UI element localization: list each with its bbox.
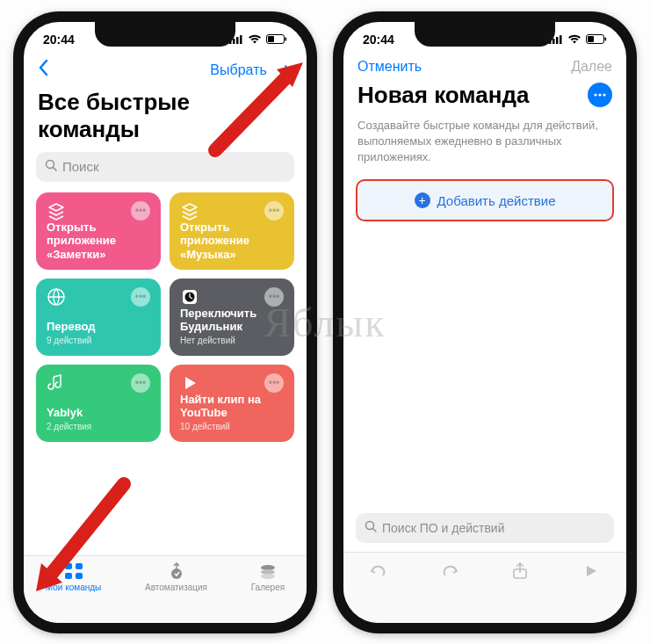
shortcut-title: Открыть приложение «Музыка» (180, 221, 284, 262)
undo-button[interactable] (367, 561, 390, 581)
grid-icon (62, 561, 85, 581)
add-shortcut-button[interactable]: + (279, 59, 292, 82)
svg-rect-15 (76, 573, 83, 579)
shortcut-card[interactable]: •••Yablyk2 действия (36, 365, 161, 442)
tab-my-commands[interactable]: Мои команды (46, 561, 101, 592)
shortcut-card[interactable]: •••Открыть приложение «Заметки» (36, 192, 161, 270)
svg-rect-12 (65, 563, 72, 569)
shortcut-icon (180, 287, 199, 307)
shortcut-icon (47, 373, 66, 393)
svg-rect-2 (236, 37, 239, 44)
card-more-button[interactable]: ••• (131, 287, 150, 307)
wifi-icon (567, 34, 581, 44)
phone-frame-left: 20:44 Выбрать (13, 11, 317, 633)
add-action-label: Добавить действие (437, 193, 556, 208)
card-more-button[interactable]: ••• (131, 373, 150, 393)
svg-rect-6 (285, 38, 287, 41)
svg-point-16 (171, 568, 182, 579)
shortcut-title: Yablyk (47, 406, 150, 420)
shortcut-card[interactable]: •••Переключить БудильникНет действий (170, 279, 294, 356)
shortcut-card[interactable]: •••Найти клип на YouTube10 действий (170, 365, 294, 442)
svg-rect-24 (556, 37, 559, 44)
svg-rect-5 (268, 36, 274, 42)
toolbar (343, 552, 626, 623)
svg-point-31 (603, 93, 605, 96)
description-text: Создавайте быстрые команды для действий,… (343, 118, 626, 180)
card-more-button[interactable]: ••• (264, 287, 284, 307)
shortcut-subtitle: Нет действий (180, 336, 284, 345)
shortcut-icon (180, 373, 199, 393)
cancel-button[interactable]: Отменить (358, 59, 422, 75)
svg-rect-13 (76, 563, 83, 569)
svg-rect-23 (552, 39, 555, 44)
shortcut-icon (47, 287, 66, 307)
shortcut-card[interactable]: •••Перевод9 действий (36, 279, 161, 356)
search-actions-input[interactable]: Поиск ПО и действий (356, 513, 614, 543)
shortcut-card[interactable]: •••Открыть приложение «Музыка» (170, 192, 294, 270)
svg-point-30 (598, 93, 601, 96)
svg-rect-14 (65, 573, 72, 579)
tab-bar: Мои команды Автоматизация Галерея (24, 555, 307, 623)
shortcut-title: Найти клип на YouTube (180, 393, 284, 420)
svg-point-29 (594, 93, 596, 96)
svg-rect-28 (605, 38, 607, 41)
automation-icon (165, 561, 188, 581)
tab-gallery[interactable]: Галерея (251, 561, 285, 592)
card-more-button[interactable]: ••• (264, 201, 284, 221)
shortcut-title: Перевод (47, 320, 150, 334)
next-button[interactable]: Далее (571, 59, 612, 75)
status-time: 20:44 (43, 33, 75, 47)
add-action-button[interactable]: + Добавить действие (356, 179, 614, 221)
redo-button[interactable] (438, 561, 461, 581)
status-time: 20:44 (363, 33, 394, 47)
svg-rect-3 (240, 35, 242, 44)
shortcut-subtitle: 10 действий (180, 422, 284, 431)
navbar: Выбрать + (24, 57, 307, 85)
search-placeholder: Поиск (62, 159, 99, 174)
select-button[interactable]: Выбрать (210, 62, 266, 78)
page-title-text: Новая команда (358, 82, 529, 109)
shortcut-icon (180, 201, 199, 221)
card-more-button[interactable]: ••• (264, 373, 284, 393)
svg-point-19 (261, 574, 275, 579)
svg-line-33 (373, 529, 377, 532)
page-title: Новая команда (343, 78, 626, 118)
tab-automation[interactable]: Автоматизация (145, 561, 207, 592)
play-button[interactable] (580, 561, 603, 581)
gallery-icon (256, 561, 279, 581)
svg-line-8 (54, 168, 57, 171)
svg-rect-1 (233, 39, 235, 44)
search-input[interactable]: Поиск (36, 152, 294, 182)
search-icon (365, 520, 377, 535)
phone-frame-right: 20:44 Отменить Далее Но (333, 11, 637, 633)
svg-rect-27 (588, 36, 594, 42)
shortcut-subtitle: 2 действия (47, 422, 150, 431)
battery-icon (266, 34, 287, 44)
shortcut-title: Открыть приложение «Заметки» (47, 221, 150, 262)
tab-label: Автоматизация (145, 582, 207, 592)
back-button[interactable] (38, 59, 48, 82)
shortcut-title: Переключить Будильник (180, 307, 284, 334)
battery-icon (586, 34, 607, 44)
card-more-button[interactable]: ••• (131, 201, 150, 221)
svg-rect-25 (560, 35, 562, 44)
notch (95, 22, 235, 47)
notch (415, 22, 555, 47)
wifi-icon (248, 34, 262, 44)
share-button[interactable] (509, 561, 531, 581)
plus-icon: + (415, 192, 430, 208)
search-placeholder: Поиск ПО и действий (382, 521, 505, 535)
page-title-text: Все быстрые команды (38, 89, 292, 143)
shortcut-subtitle: 9 действий (47, 336, 150, 345)
more-button[interactable] (588, 83, 612, 107)
tab-label: Галерея (251, 582, 285, 592)
page-title: Все быстрые команды (24, 85, 307, 152)
tab-label: Мои команды (46, 582, 101, 592)
search-icon (45, 159, 57, 174)
shortcut-icon (47, 201, 66, 221)
navbar: Отменить Далее (343, 57, 626, 78)
